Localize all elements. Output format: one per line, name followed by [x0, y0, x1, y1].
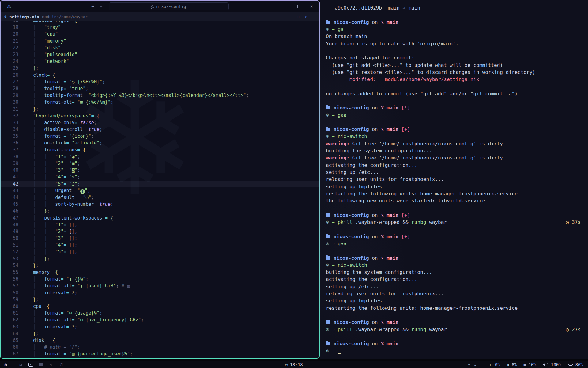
code-line: 26 clock= { — [1, 72, 319, 79]
command-duration: ◷ 37s — [566, 219, 581, 225]
code-line: 46 │ }; — [1, 208, 319, 214]
volume-icon — [543, 363, 548, 366]
terminal-line: nixos-config on ⌥ main — [326, 319, 582, 326]
terminal-line: restarting the following units: home-man… — [326, 304, 582, 311]
volume-module[interactable]: 100% — [543, 362, 561, 367]
line-number: 67 — [1, 351, 18, 357]
line-number: 53 — [1, 256, 18, 262]
tab-filename[interactable]: settings.nix — [9, 14, 40, 19]
nav-forward-icon[interactable]: → — [100, 4, 102, 9]
code-line: 39 │ │ "2"= "▣"; — [1, 160, 319, 167]
code-line: 41 │ │ "4"= "✎"; — [1, 174, 319, 180]
line-number: 50 — [1, 236, 18, 241]
nix-logo-icon: ❄ — [7, 3, 11, 10]
tab-filepath: modules/home/waybar — [42, 14, 88, 19]
code-line: 62 │ format-alt= "⊡ {avg_frequency} GHz"… — [1, 316, 319, 323]
code-line: 44 │ │ default = "○"; — [1, 194, 319, 201]
nav-back-icon[interactable]: ← — [91, 4, 94, 9]
terminal-line: Your branch is up to date with 'origin/m… — [326, 40, 582, 47]
close-tab-icon[interactable]: × — [305, 14, 307, 19]
line-number: 59 — [1, 297, 18, 302]
line-number: 29 — [1, 93, 18, 98]
terminal-line: (use "git restore <file>..." to discard … — [326, 69, 582, 76]
terminal-line: modified: modules/home/waybar/settings.n… — [326, 76, 582, 83]
folder-icon — [326, 128, 330, 131]
terminal-line: On branch main — [326, 33, 582, 40]
code-line: 60 cpu= { — [1, 303, 319, 310]
memory-module[interactable]: ▮8% — [507, 362, 517, 367]
line-number: 27 — [1, 79, 18, 85]
code-line: 22 │ "disk" — [1, 44, 319, 51]
terminal-line: nixos-config on ⌥ main [+] — [326, 126, 582, 133]
terminal-window[interactable]: a9c0c72..d11029b main → mainnixos-config… — [320, 0, 588, 359]
code-line: 32 "hyprland/workspaces"= { — [1, 113, 319, 119]
line-number: 49 — [1, 229, 18, 234]
line-number: 61 — [1, 310, 18, 316]
code-line: 21 │ "memory" — [1, 38, 319, 44]
terminal-line: restarting the following units: home-man… — [326, 190, 582, 197]
command-duration: ◷ 27s — [566, 327, 581, 332]
terminal-line: ❄ → nix-switch — [326, 133, 582, 140]
line-number: 35 — [1, 133, 18, 139]
code-line: 52 │ │ "5"= []; — [1, 248, 319, 255]
tray-signal-triangle-icon[interactable]: ▼ — [468, 362, 470, 367]
terminal-line: warning: Git tree '/home/frostphoenix/ni… — [326, 140, 582, 147]
more-options-icon[interactable]: ⋯ — [312, 14, 315, 19]
line-number: 40 — [1, 167, 18, 173]
code-line: 20 │ "cpu" — [1, 31, 319, 37]
terminal-line: Changes not staged for commit: — [326, 54, 582, 61]
restore-button[interactable] — [293, 3, 300, 10]
terminal-line: no changes added to commit (use "git add… — [326, 90, 582, 97]
cpu-module[interactable]: ⊡0% — [490, 362, 500, 367]
code-line: 35 │ format = "{icon}"; — [1, 133, 319, 140]
volume-value: 100% — [551, 362, 561, 367]
clock-time: 18:18 — [290, 362, 303, 367]
code-line: 42 │ │ "5"= "♫"; — [1, 181, 319, 187]
memory-icon: ▮ — [507, 362, 509, 367]
line-number: 65 — [1, 338, 18, 343]
line-number: 20 — [1, 31, 18, 37]
line-number: 37 — [1, 147, 18, 153]
terminal-line — [326, 333, 582, 340]
terminal-line — [326, 11, 582, 18]
line-number: 19 — [1, 25, 18, 30]
search-value: nixos-config — [156, 4, 186, 9]
line-number: 46 — [1, 208, 18, 214]
terminal-line — [326, 83, 582, 90]
terminal-line: nixos-config on ⌥ main — [326, 340, 582, 347]
line-number: 36 — [1, 140, 18, 146]
terminal-line: setting up tmpfiles — [326, 183, 582, 190]
code-line: 48 │ │ "1"= []; — [1, 221, 319, 228]
code-line: 29 │ tooltip-format= "<big>{:%Y %B}</big… — [1, 92, 319, 99]
terminal-line: ❄ → gaa — [326, 240, 582, 247]
terminal-line: ❄ → gs — [326, 26, 582, 33]
folder-icon — [326, 342, 330, 345]
line-number: 21 — [1, 38, 18, 44]
wifi-module[interactable]: 86% — [568, 362, 583, 367]
terminal-line: ❄ → — [326, 347, 582, 354]
line-number: 39 — [1, 161, 18, 166]
close-button[interactable]: × — [308, 3, 315, 10]
terminal-line: ❄ → gaa — [326, 111, 582, 118]
terminal-cursor — [338, 348, 341, 354]
minimize-button[interactable] — [277, 3, 284, 10]
code-line: 45 │ │ sort-by-number= true; — [1, 201, 319, 208]
code-line: 58 │ interval= 2; — [1, 289, 319, 296]
line-number: 34 — [1, 127, 18, 132]
disk-module[interactable]: ▤10% — [524, 362, 536, 367]
tray-cloud-icon[interactable]: ☁ — [474, 362, 476, 367]
code-line: 54 }; — [1, 262, 319, 269]
line-number: 55 — [1, 270, 18, 275]
disk-value: 10% — [529, 362, 536, 367]
code-line: 61 │ format= "⊡ {usage}%"; — [1, 310, 319, 316]
code-line: 34 │ disable-scroll= true; — [1, 126, 319, 133]
project-search-input[interactable]: nixos-config — [109, 2, 229, 10]
terminal-line: the following new units were started: li… — [326, 197, 582, 204]
split-pane-icon[interactable]: ◫ — [298, 14, 300, 19]
code-editor[interactable]: ❄ 18 modules-right= [19 │ "tray"20 │ "cp… — [1, 21, 319, 358]
line-number: 57 — [1, 283, 18, 289]
terminal-line: ❄ → nix-switch — [326, 262, 582, 269]
terminal-line: ❄ → pkill .waybar-wrapped && runbg wayba… — [326, 219, 582, 226]
terminal-line — [326, 204, 582, 211]
terminal-line: building the system configuration... — [326, 269, 582, 276]
